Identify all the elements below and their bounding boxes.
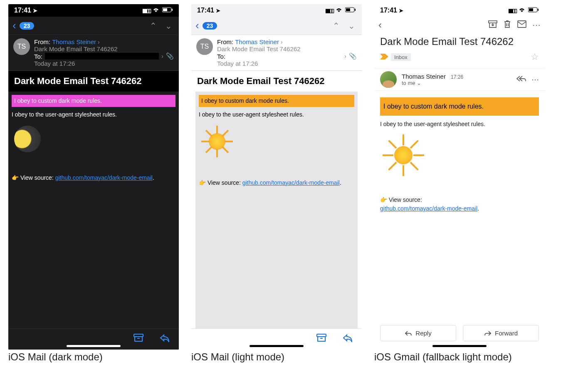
- plain-line: I obey to the user-agent stylesheet rule…: [12, 110, 175, 119]
- subject-heading: Dark Mode Email Test 746262: [8, 71, 179, 92]
- moon-icon: [14, 126, 41, 152]
- inbox-count-badge[interactable]: 23: [20, 22, 35, 30]
- more-icon[interactable]: ⋯: [531, 75, 539, 84]
- sender-avatar[interactable]: TS: [196, 38, 213, 55]
- svg-rect-7: [317, 334, 326, 337]
- subject-heading: Dark Mode Email Test 746262: [191, 71, 362, 92]
- from-name[interactable]: Thomas Steiner: [52, 38, 96, 45]
- star-icon[interactable]: ☆: [531, 52, 539, 62]
- location-icon: ➤: [216, 7, 220, 14]
- wifi-icon: [518, 7, 526, 14]
- archive-icon[interactable]: [133, 333, 144, 345]
- nav-bar: ‹ 23 ⌃ ⌄: [8, 17, 179, 35]
- trash-icon[interactable]: [503, 20, 511, 31]
- back-chevron-icon[interactable]: ‹: [195, 19, 199, 32]
- status-time: 17:41: [14, 7, 31, 14]
- svg-rect-11: [489, 21, 497, 23]
- status-bar: 17:41 ➤ ▮▮▯▯: [191, 4, 362, 17]
- attachment-icon[interactable]: 📎: [349, 52, 357, 60]
- nav-bar: ‹ 23 ⌃ ⌄: [191, 17, 362, 35]
- to-label: To:: [217, 53, 225, 60]
- chevron-right-icon[interactable]: ›: [281, 39, 283, 45]
- home-indicator[interactable]: [67, 345, 121, 347]
- forward-button[interactable]: Forward: [463, 325, 539, 341]
- source-prefix: 👉 View source:: [199, 179, 242, 186]
- header-subject-muted: Dark Mode Email Test 746262: [34, 45, 174, 52]
- next-message-icon[interactable]: ⌄: [163, 21, 175, 31]
- signal-icon: ▮▮▯▯: [508, 7, 516, 14]
- chevron-right-icon[interactable]: ›: [344, 53, 346, 60]
- reply-icon[interactable]: [342, 333, 353, 345]
- source-suffix: .: [340, 179, 341, 186]
- caption-light: iOS Mail (light mode): [191, 351, 362, 363]
- svg-rect-9: [529, 8, 533, 11]
- message-header: TS From: Thomas Steiner › Dark Mode Emai…: [191, 35, 362, 71]
- sender-avatar[interactable]: [380, 71, 397, 88]
- home-indicator[interactable]: [432, 345, 487, 347]
- prev-message-icon[interactable]: ⌃: [147, 21, 159, 31]
- sender-avatar[interactable]: TS: [13, 38, 30, 55]
- next-message-icon[interactable]: ⌄: [346, 21, 358, 31]
- source-suffix: .: [153, 174, 154, 181]
- attachment-icon[interactable]: 📎: [166, 52, 174, 60]
- svg-rect-3: [134, 334, 143, 337]
- chevron-right-icon[interactable]: ›: [161, 53, 163, 60]
- svg-rect-6: [355, 9, 356, 11]
- sun-icon: [383, 134, 424, 176]
- reply-button[interactable]: Reply: [380, 325, 456, 341]
- message-body: I obey to custom dark mode rules. I obey…: [195, 92, 358, 328]
- phone-ios-gmail: 17:41 ➤ ▮▮▯▯ ‹ ⋯ Dark Mode E: [374, 4, 545, 350]
- inbox-label[interactable]: Inbox: [391, 53, 411, 61]
- signal-icon: ▮▮▯▯: [142, 7, 151, 14]
- reply-label: Reply: [415, 330, 431, 337]
- back-chevron-icon[interactable]: ‹: [378, 19, 382, 31]
- message-body: I obey to custom dark mode rules. I obey…: [374, 91, 545, 220]
- prev-message-icon[interactable]: ⌃: [330, 21, 342, 31]
- home-indicator[interactable]: [250, 345, 304, 347]
- message-header: TS From: Thomas Steiner › Dark Mode Emai…: [8, 35, 179, 71]
- battery-icon: [345, 7, 356, 14]
- more-icon[interactable]: ⋯: [532, 20, 541, 30]
- caption-gmail: iOS Gmail (fallback light mode): [374, 351, 545, 363]
- mail-icon[interactable]: [517, 20, 526, 30]
- forward-label: Forward: [495, 330, 518, 337]
- svg-rect-1: [163, 8, 167, 11]
- archive-icon[interactable]: [488, 20, 497, 30]
- back-chevron-icon[interactable]: ‹: [12, 19, 16, 32]
- source-link[interactable]: github.com/tomayac/dark-mode-email: [242, 179, 340, 186]
- chevron-down-icon[interactable]: ⌄: [417, 80, 421, 86]
- inbox-count-badge[interactable]: 23: [203, 22, 217, 30]
- source-prefix: 👉 View source:: [380, 196, 422, 203]
- wifi-icon: [152, 7, 160, 14]
- subject-heading: Dark Mode Email Test 746262: [374, 33, 545, 52]
- from-name[interactable]: Thomas Steiner: [235, 38, 279, 45]
- sender-time: 17:26: [451, 74, 463, 80]
- source-prefix: 👉 View source:: [12, 174, 55, 181]
- header-subject-muted: Dark Mode Email Test 746262: [217, 45, 357, 52]
- sender-name[interactable]: Thomas Steiner: [402, 73, 446, 80]
- from-label: From:: [34, 38, 50, 45]
- svg-rect-10: [538, 9, 539, 11]
- to-redacted: [45, 53, 159, 60]
- label-arrow-icon: [380, 53, 388, 62]
- location-icon: ➤: [399, 7, 403, 14]
- reply-icon[interactable]: [159, 333, 170, 345]
- wifi-icon: [335, 7, 343, 14]
- battery-icon: [528, 7, 539, 14]
- message-body: I obey to custom dark mode rules. I obey…: [8, 92, 179, 328]
- to-label: To:: [34, 53, 42, 60]
- chevron-right-icon[interactable]: ›: [98, 39, 100, 45]
- highlighted-line: I obey to custom dark mode rules.: [12, 95, 175, 107]
- source-link[interactable]: github.com/tomayac/dark-mode-email: [55, 174, 153, 181]
- source-suffix: .: [477, 205, 479, 212]
- reply-all-icon[interactable]: [516, 75, 526, 84]
- archive-icon[interactable]: [316, 333, 327, 345]
- header-date: Today at 17:26: [34, 60, 174, 67]
- phone-ios-mail-dark: 17:41 ➤ ▮▮▯▯ ‹ 23 ⌃ ⌄ TS From: Thomas St…: [8, 4, 179, 350]
- to-text[interactable]: to me: [402, 80, 415, 86]
- source-link[interactable]: github.com/tomayac/dark-mode-email: [380, 205, 477, 212]
- svg-rect-2: [172, 9, 173, 11]
- to-redacted: [228, 53, 342, 60]
- battery-icon: [162, 7, 173, 14]
- labels-row: Inbox ☆: [374, 52, 545, 68]
